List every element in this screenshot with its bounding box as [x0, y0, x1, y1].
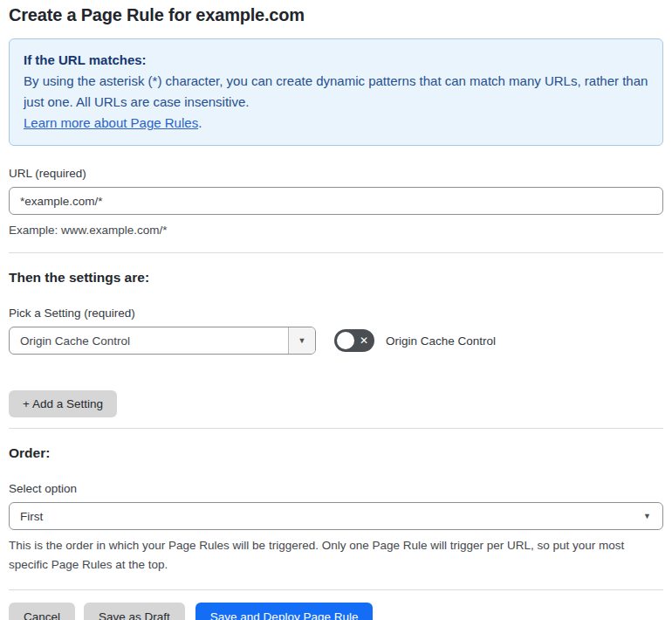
setting-select-caret-button[interactable]: ▼	[288, 327, 315, 354]
caret-down-icon: ▼	[298, 337, 306, 345]
footer-actions: Cancel Save as Draft Save and Deploy Pag…	[9, 603, 663, 620]
save-and-deploy-button[interactable]: Save and Deploy Page Rule	[195, 603, 374, 620]
info-box-heading: If the URL matches:	[24, 50, 648, 71]
select-option-label: Select option	[9, 482, 663, 495]
setting-select[interactable]: Origin Cache Control ▼	[9, 327, 316, 355]
toggle-knob	[337, 332, 354, 349]
divider	[9, 428, 663, 429]
url-label: URL (required)	[9, 167, 663, 180]
divider	[9, 252, 663, 253]
origin-cache-control-toggle[interactable]: ✕	[334, 329, 374, 352]
url-match-info-box: If the URL matches: By using the asteris…	[9, 38, 663, 146]
info-box-body: By using the asterisk (*) character, you…	[24, 71, 648, 113]
learn-more-link[interactable]: Learn more about Page Rules	[24, 115, 198, 130]
caret-down-icon: ▼	[643, 513, 651, 520]
toggle-off-x-icon: ✕	[360, 335, 368, 346]
order-select-value: First	[20, 510, 43, 523]
link-suffix: .	[198, 115, 202, 130]
divider	[9, 589, 663, 590]
add-setting-button[interactable]: + Add a Setting	[9, 390, 117, 417]
create-page-rule-panel: Create a Page Rule for example.com If th…	[0, 0, 672, 620]
url-example-text: Example: www.example.com/*	[9, 221, 663, 240]
order-helper-text: This is the order in which your Page Rul…	[9, 536, 663, 575]
pick-setting-label: Pick a Setting (required)	[9, 307, 663, 320]
settings-section-heading: Then the settings are:	[9, 270, 663, 286]
setting-select-value: Origin Cache Control	[10, 327, 288, 354]
url-input[interactable]	[9, 187, 663, 215]
setting-row: Origin Cache Control ▼ ✕ Origin Cache Co…	[9, 327, 663, 355]
toggle-label: Origin Cache Control	[386, 334, 496, 348]
save-as-draft-button[interactable]: Save as Draft	[84, 603, 185, 620]
page-title: Create a Page Rule for example.com	[9, 5, 663, 25]
order-select[interactable]: First ▼	[9, 502, 663, 530]
cancel-button[interactable]: Cancel	[9, 603, 75, 620]
order-section-heading: Order:	[9, 445, 663, 461]
